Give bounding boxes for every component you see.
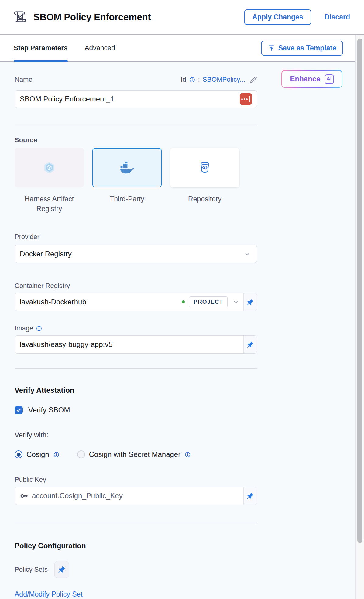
public-key-label: Public Key [15,476,257,484]
id-label: Id [180,76,186,84]
edit-id-button[interactable] [249,76,257,84]
image-label: Image [15,324,33,332]
pin-policy-sets-button[interactable] [54,561,69,578]
source-card-repository[interactable] [170,148,239,187]
step-id-value[interactable]: SBOMPolicy... [203,76,245,84]
pin-input-button[interactable] [243,293,257,311]
tab-step-parameters[interactable]: Step Parameters [14,35,68,61]
scrollbar-thumb[interactable] [357,39,362,543]
scope-badge: PROJECT [189,296,228,307]
scroll-check-icon [13,10,27,24]
save-as-template-button[interactable]: Save as Template [261,41,343,56]
upload-icon [268,44,275,52]
provider-label: Provider [15,233,257,241]
source-option-label: Harness Artifact Registry [15,194,84,214]
enhance-ai-button[interactable]: Enhance AI [281,70,342,88]
source-card-third-party[interactable] [92,148,162,187]
public-key-input-wrapper [15,487,257,505]
sbom-step-config-panel: SBOM Policy Enforcement Apply Changes Di… [0,0,364,599]
divider [15,368,257,369]
verify-sbom-checkbox[interactable] [15,406,23,414]
provider-select[interactable]: Docker Registry [15,245,257,263]
divider [15,125,257,125]
container-registry-input[interactable] [20,298,180,306]
discard-button[interactable]: Discard [325,13,350,21]
enhance-label: Enhance [290,75,320,83]
pushpin-icon [246,492,254,500]
policy-configuration-heading: Policy Configuration [15,542,257,550]
name-input[interactable] [20,95,240,103]
step-parameters-panel: Enhance AI Name Id [0,62,355,599]
name-label: Name [15,76,33,84]
policy-sets-label: Policy Sets [15,566,48,573]
vertical-scrollbar[interactable] [355,35,364,599]
radio-cosign[interactable] [15,450,22,458]
container-registry-label: Container Registry [15,282,257,290]
tab-bar: Step Parameters Advanced Save as Templat… [0,35,355,62]
save-as-template-label: Save as Template [278,44,336,52]
info-icon[interactable] [36,325,42,332]
connector-status-dot [182,300,185,303]
pin-input-button[interactable] [243,336,257,353]
image-input-wrapper [15,335,257,354]
container-registry-input-wrapper: PROJECT [15,293,257,311]
source-label: Source [15,136,257,144]
pencil-icon [249,76,257,84]
pushpin-icon [58,566,66,573]
info-icon[interactable] [189,77,195,83]
tab-advanced[interactable]: Advanced [85,35,115,61]
chevron-down-icon[interactable] [232,299,239,305]
ai-badge-icon: AI [325,74,334,84]
radio-cosign-label: Cosign [26,450,49,459]
apply-changes-button[interactable]: Apply Changes [244,9,311,25]
provider-selected-value: Docker Registry [20,250,244,258]
code-repository-icon [198,161,212,175]
source-option-label: Third-Party [92,194,162,214]
fixed-value-type-icon[interactable] [240,93,252,105]
pin-input-button[interactable] [243,487,257,505]
radio-cosign-secret-manager-label: Cosign with Secret Manager [89,450,180,459]
source-card-harness-artifact-registry[interactable] [15,148,84,187]
verify-sbom-label: Verify SBOM [28,406,70,414]
image-input[interactable] [20,340,243,349]
docker-whale-icon [119,162,135,174]
source-option-label: Repository [170,194,239,214]
radio-cosign-secret-manager[interactable] [77,450,85,458]
har-cube-icon [42,161,56,175]
name-input-wrapper [15,90,257,108]
info-icon[interactable] [184,451,191,458]
pushpin-icon [246,341,254,348]
add-modify-policy-set-link[interactable]: Add/Modify Policy Set [15,590,83,598]
chevron-down-icon [244,251,251,257]
info-icon[interactable] [53,451,60,458]
verify-attestation-heading: Verify Attestation [15,386,257,395]
divider [15,523,257,523]
page-title: SBOM Policy Enforcement [33,12,151,23]
verify-with-label: Verify with: [15,431,257,439]
key-icon [20,492,28,500]
public-key-input[interactable] [32,491,243,500]
id-separator: : [198,76,200,84]
pushpin-icon [246,298,254,306]
panel-header: SBOM Policy Enforcement Apply Changes Di… [0,0,364,35]
